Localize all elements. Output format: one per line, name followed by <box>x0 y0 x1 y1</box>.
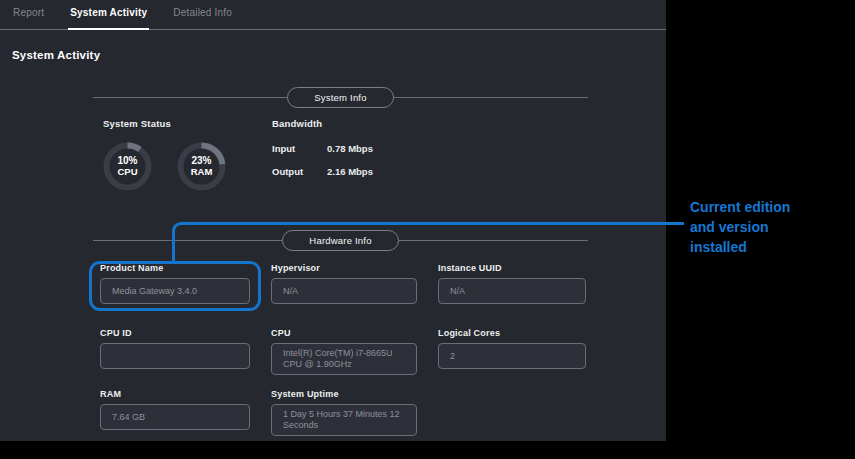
field-label: Instance UUID <box>438 263 586 273</box>
logical-cores-input[interactable]: 2 <box>438 343 586 369</box>
product-name-input[interactable]: Media Gateway 3.4.0 <box>100 278 250 304</box>
field-label: Logical Cores <box>438 328 586 338</box>
system-status-gauges: 10% CPU 23% RAM <box>103 142 226 191</box>
field-label: System Uptime <box>271 389 417 399</box>
field-instance-uuid: Instance UUID N/A <box>438 263 586 304</box>
field-system-uptime: System Uptime 1 Day 5 Hours 37 Minutes 1… <box>271 389 417 436</box>
bandwidth-output-value: 2.16 Mbps <box>327 166 373 177</box>
field-product-name: Product Name Media Gateway 3.4.0 <box>100 263 250 304</box>
app-window: Report System Activity Detailed Info Sys… <box>0 0 666 441</box>
empty-cell <box>438 389 586 436</box>
field-cpu-id: CPU ID <box>100 328 250 375</box>
hardware-info-section-divider: Hardware Info <box>93 230 588 250</box>
hardware-fields-row-1: Product Name Media Gateway 3.4.0 Hypervi… <box>100 263 586 304</box>
cpu-gauge-unit: CPU <box>117 167 137 178</box>
bandwidth-table: Input 0.78 Mbps Output 2.16 Mbps <box>272 143 373 189</box>
page-title: System Activity <box>12 49 100 61</box>
bandwidth-output-label: Output <box>272 166 327 177</box>
field-label: Hypervisor <box>271 263 417 273</box>
tab-system-activity[interactable]: System Activity <box>70 7 147 29</box>
field-label: CPU ID <box>100 328 250 338</box>
tab-report[interactable]: Report <box>13 7 44 29</box>
field-hypervisor: Hypervisor N/A <box>271 263 417 304</box>
system-uptime-input[interactable]: 1 Day 5 Hours 37 Minutes 12 Seconds <box>271 404 417 436</box>
cpu-id-input[interactable] <box>100 343 250 369</box>
annotation-text: Current edition and version installed <box>690 197 816 257</box>
ram-input[interactable]: 7.64 GB <box>100 404 250 430</box>
ram-gauge-unit: RAM <box>191 167 213 178</box>
bandwidth-output-row: Output 2.16 Mbps <box>272 166 373 177</box>
field-label: Product Name <box>100 263 250 273</box>
cpu-usage-gauge: 10% CPU <box>103 142 152 191</box>
hardware-fields-row-2: CPU ID CPU Intel(R) Core(TM) i7-8665U CP… <box>100 328 586 375</box>
cpu-gauge-text: 10% CPU <box>103 142 152 191</box>
ram-usage-gauge: 23% RAM <box>177 142 226 191</box>
divider-line-left <box>93 240 282 241</box>
bandwidth-label: Bandwidth <box>272 118 322 129</box>
divider-line-right <box>399 240 588 241</box>
field-label: RAM <box>100 389 250 399</box>
field-logical-cores: Logical Cores 2 <box>438 328 586 375</box>
field-cpu: CPU Intel(R) Core(TM) i7-8665U CPU @ 1.9… <box>271 328 417 375</box>
field-label: CPU <box>271 328 417 338</box>
tab-detailed-info[interactable]: Detailed Info <box>173 7 232 29</box>
ram-gauge-value: 23% <box>191 156 211 167</box>
system-info-badge: System Info <box>287 87 393 108</box>
divider-line-left <box>93 97 287 98</box>
ram-gauge-text: 23% RAM <box>177 142 226 191</box>
instance-uuid-input[interactable]: N/A <box>438 278 586 304</box>
bandwidth-input-value: 0.78 Mbps <box>327 143 373 154</box>
bandwidth-input-label: Input <box>272 143 327 154</box>
system-info-section-divider: System Info <box>93 87 588 107</box>
divider-line-right <box>394 97 588 98</box>
cpu-gauge-value: 10% <box>117 156 137 167</box>
hardware-info-badge: Hardware Info <box>282 230 398 251</box>
bandwidth-input-row: Input 0.78 Mbps <box>272 143 373 154</box>
field-ram: RAM 7.64 GB <box>100 389 250 436</box>
tab-bar: Report System Activity Detailed Info <box>0 0 666 30</box>
cpu-input[interactable]: Intel(R) Core(TM) i7-8665U CPU @ 1.90GHz <box>271 343 417 375</box>
hypervisor-input[interactable]: N/A <box>271 278 417 304</box>
system-status-label: System Status <box>103 118 171 129</box>
hardware-fields-row-3: RAM 7.64 GB System Uptime 1 Day 5 Hours … <box>100 389 586 436</box>
